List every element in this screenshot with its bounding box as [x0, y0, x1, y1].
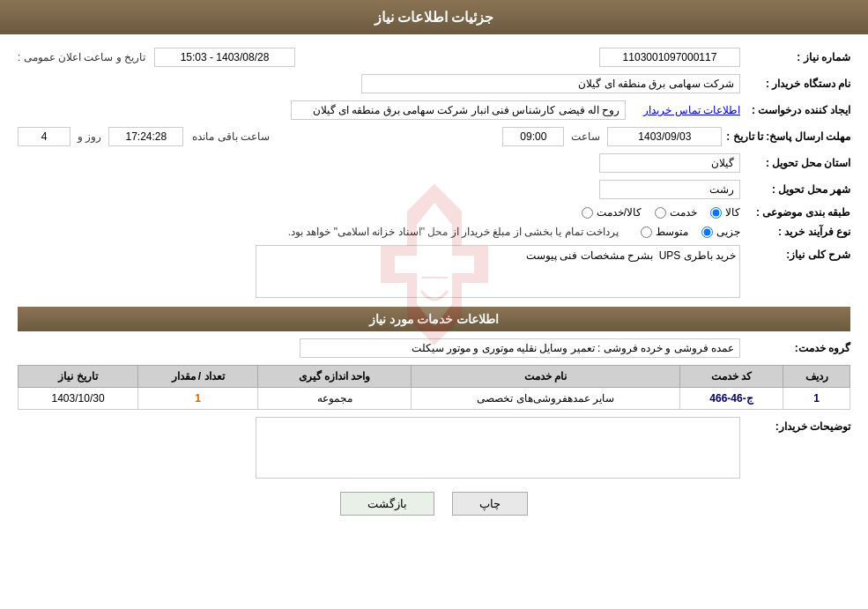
buyer-org-label: نام دستگاه خریدار :: [745, 78, 850, 90]
cell-service-name: سایر عمدهفروشی‌های تخصصی: [412, 388, 680, 410]
button-row: چاپ بازگشت: [18, 492, 850, 533]
need-number-label: شماره نیاز :: [745, 51, 850, 63]
service-group-label: گروه خدمت:: [745, 342, 850, 354]
print-button[interactable]: چاپ: [452, 492, 528, 516]
need-number-input[interactable]: [599, 48, 740, 67]
purchase-motovaset-radio[interactable]: [641, 227, 652, 238]
services-table-header: ردیف کد خدمت نام خدمت واحد اندازه گیری ت…: [19, 366, 850, 388]
city-label: شهر محل تحویل :: [745, 183, 850, 196]
cell-service-code: ج-46-466: [679, 388, 783, 410]
col-date: تاریخ نیاز: [19, 366, 138, 388]
buyer-desc-textarea[interactable]: [256, 417, 740, 479]
service-group-input[interactable]: [300, 338, 740, 358]
contact-link[interactable]: اطلاعات تماس خریدار: [643, 104, 740, 116]
purchase-jozi-radio[interactable]: [701, 227, 713, 238]
remaining-label: ساعت باقی مانده: [192, 130, 270, 143]
category-kala-option[interactable]: کالا: [710, 206, 740, 219]
col-quantity: تعداد / مقدار: [138, 366, 258, 388]
announce-date-label: تاریخ و ساعت اعلان عمومی :: [18, 51, 145, 63]
col-service-code: کد خدمت: [679, 366, 783, 388]
service-group-row: گروه خدمت:: [18, 338, 850, 358]
purchase-motovaset-label: متوسط: [656, 226, 688, 238]
purchase-jozi-label: جزیی: [716, 226, 740, 238]
buyer-desc-row: توضیحات خریدار:: [18, 417, 850, 479]
buyer-org-row: نام دستگاه خریدار :: [18, 74, 850, 93]
need-desc-textarea[interactable]: [256, 245, 740, 298]
buyer-desc-label: توضیحات خریدار:: [745, 420, 850, 433]
services-table: ردیف کد خدمت نام خدمت واحد اندازه گیری ت…: [18, 365, 850, 410]
need-desc-row: شرح کلی نیاز: // Set textarea value from…: [18, 245, 850, 298]
services-section-header: اطلاعات خدمات مورد نیاز: [18, 307, 850, 331]
category-row: طبقه بندی موضوعی : کالا خدمت کالا/خدمت: [18, 206, 850, 219]
col-service-name: نام خدمت: [412, 366, 680, 388]
need-desc-label: شرح کلی نیاز:: [745, 249, 850, 261]
deadline-time-label: ساعت: [571, 130, 600, 143]
cell-date: 1403/10/30: [19, 388, 138, 410]
deadline-row: مهلت ارسال پاسخ: تا تاریخ : ساعت ساعت با…: [18, 127, 850, 146]
need-number-row: شماره نیاز : تاریخ و ساعت اعلان عمومی :: [18, 48, 850, 67]
city-input[interactable]: [599, 180, 740, 199]
cell-quantity: 1: [138, 388, 258, 410]
announce-date-input[interactable]: [154, 48, 295, 67]
purchase-type-label: نوع فرآیند خرید :: [745, 226, 850, 238]
province-input[interactable]: [599, 153, 740, 173]
category-label: طبقه بندی موضوعی :: [745, 206, 850, 219]
back-button[interactable]: بازگشت: [340, 492, 434, 516]
category-kala-label: کالا: [725, 206, 740, 219]
purchase-jozi-option[interactable]: جزیی: [701, 226, 740, 238]
category-kala-khedmat-label: کالا/خدمت: [597, 206, 642, 219]
col-row-num: ردیف: [783, 366, 850, 388]
category-khedmat-radio[interactable]: [655, 207, 666, 219]
category-kala-khedmat-option[interactable]: کالا/خدمت: [582, 206, 642, 219]
city-row: شهر محل تحویل :: [18, 180, 850, 199]
purchase-type-radio-group: جزیی متوسط: [641, 226, 740, 238]
deadline-date-input[interactable]: [607, 127, 722, 146]
cell-row-num: 1: [783, 388, 850, 410]
category-khedmat-option[interactable]: خدمت: [655, 206, 697, 219]
creator-label: ایجاد کننده درخواست :: [745, 104, 850, 116]
purchase-motovaset-option[interactable]: متوسط: [641, 226, 688, 238]
deadline-time-input[interactable]: [502, 127, 564, 146]
services-section-label: اطلاعات خدمات مورد نیاز: [369, 312, 500, 326]
remaining-time-input[interactable]: [108, 127, 183, 146]
deadline-label: مهلت ارسال پاسخ: تا تاریخ :: [726, 130, 850, 143]
page-title: جزئیات اطلاعات نیاز: [375, 10, 494, 25]
category-khedmat-label: خدمت: [670, 206, 697, 219]
services-table-body: 1 ج-46-466 سایر عمدهفروشی‌های تخصصی مجمو…: [19, 388, 850, 410]
creator-row: ایجاد کننده درخواست : اطلاعات تماس خریدا…: [18, 100, 850, 120]
table-row: 1 ج-46-466 سایر عمدهفروشی‌های تخصصی مجمو…: [19, 388, 850, 410]
province-row: استان محل تحویل :: [18, 153, 850, 173]
days-label: روز و: [78, 130, 101, 143]
purchase-type-row: نوع فرآیند خرید : جزیی متوسط پرداخت تمام…: [18, 226, 850, 238]
page-header: جزئیات اطلاعات نیاز: [0, 0, 868, 34]
col-unit: واحد اندازه گیری: [258, 366, 412, 388]
purchase-notice: پرداخت تمام یا بخشی از مبلغ خریدار از مح…: [288, 226, 619, 238]
category-radio-group: کالا خدمت کالا/خدمت: [582, 206, 740, 219]
buyer-org-input[interactable]: [361, 74, 740, 93]
creator-input[interactable]: [291, 100, 626, 120]
cell-unit: مجموعه: [258, 388, 412, 410]
category-kala-radio[interactable]: [710, 207, 722, 219]
category-kala-khedmat-radio[interactable]: [582, 207, 593, 219]
province-label: استان محل تحویل :: [745, 157, 850, 169]
days-input[interactable]: [18, 127, 70, 146]
